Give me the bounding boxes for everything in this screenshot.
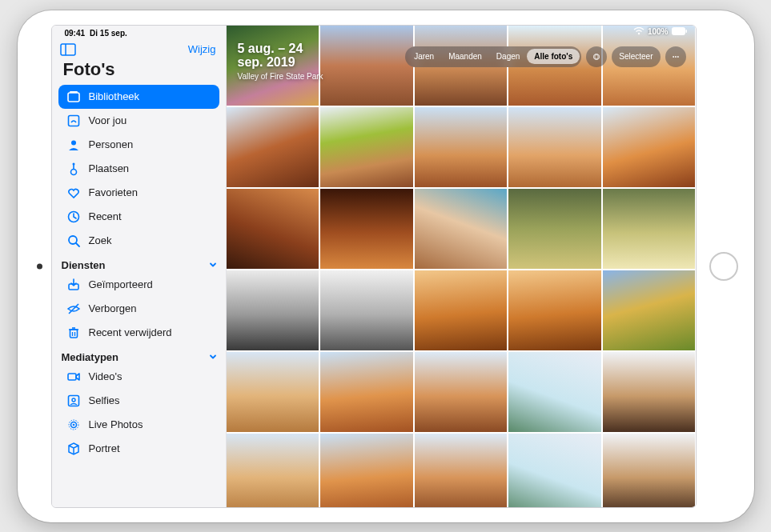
ellipsis-icon bbox=[673, 55, 679, 58]
segment-maanden[interactable]: Maanden bbox=[441, 49, 489, 64]
sidebar-item-zoek[interactable]: Zoek bbox=[58, 229, 219, 253]
segment-alle-foto-s[interactable]: Alle foto's bbox=[527, 49, 580, 64]
photo-thumbnail[interactable] bbox=[415, 270, 508, 350]
photo-grid[interactable] bbox=[227, 26, 696, 508]
photo-thumbnail[interactable] bbox=[320, 352, 413, 432]
ipad-device-frame: 09:41 Di 15 sep. Wijzig Foto's Bibliothe… bbox=[18, 10, 754, 522]
sidebar-section-header[interactable]: Mediatypen bbox=[52, 345, 226, 365]
sidebar-item-label: Video's bbox=[89, 370, 122, 382]
sidebar-item-verborgen[interactable]: Verborgen bbox=[58, 297, 219, 321]
segment-dagen[interactable]: Dagen bbox=[489, 49, 527, 64]
live-icon bbox=[66, 418, 81, 432]
sidebar-section-title: Mediatypen bbox=[62, 351, 119, 363]
people-icon bbox=[66, 138, 81, 152]
video-icon bbox=[66, 370, 81, 384]
photo-thumbnail[interactable] bbox=[227, 107, 319, 187]
location-label: Valley of Fire State Park bbox=[238, 72, 326, 81]
photo-thumbnail[interactable] bbox=[415, 352, 508, 432]
svg-point-6 bbox=[70, 169, 76, 174]
sidebar-item-plaatsen[interactable]: Plaatsen bbox=[58, 157, 219, 181]
sidebar-item-label: Plaatsen bbox=[89, 162, 130, 174]
sidebar-item-favorieten[interactable]: Favorieten bbox=[58, 181, 219, 205]
front-camera-dot bbox=[37, 263, 42, 269]
aspect-icon bbox=[593, 51, 600, 62]
photo-thumbnail[interactable] bbox=[603, 352, 696, 432]
date-location-block[interactable]: 5 aug. – 24 sep. 2019 Valley of Fire Sta… bbox=[238, 42, 326, 81]
select-button[interactable]: Selecteer bbox=[612, 46, 660, 67]
status-time: 09:41 bbox=[65, 29, 86, 38]
sidebar-top-row: Wijzig bbox=[52, 40, 226, 58]
selfie-icon bbox=[66, 394, 81, 408]
photo-thumbnail[interactable] bbox=[227, 189, 319, 269]
svg-rect-14 bbox=[70, 330, 77, 338]
sidebar-item-selfies[interactable]: Selfies bbox=[58, 389, 219, 413]
clock-icon bbox=[66, 210, 81, 224]
chevron-down-icon bbox=[208, 260, 218, 270]
photo-thumbnail[interactable] bbox=[508, 352, 601, 432]
photo-thumbnail[interactable] bbox=[227, 352, 319, 432]
library-icon bbox=[66, 90, 81, 104]
sidebar-title: Foto's bbox=[52, 58, 226, 85]
svg-rect-27 bbox=[685, 30, 687, 33]
photo-thumbnail[interactable] bbox=[415, 189, 508, 269]
sidebar-item-bibliotheek[interactable]: Bibliotheek bbox=[58, 85, 219, 109]
photo-thumbnail[interactable] bbox=[320, 270, 413, 350]
chevron-down-icon bbox=[208, 352, 218, 362]
photo-thumbnail[interactable] bbox=[320, 434, 413, 508]
aspect-toggle-button[interactable] bbox=[586, 46, 607, 67]
photo-thumbnail[interactable] bbox=[320, 26, 413, 106]
for-you-icon bbox=[66, 114, 81, 128]
svg-point-21 bbox=[72, 398, 75, 402]
photo-thumbnail[interactable] bbox=[227, 270, 319, 350]
places-icon bbox=[66, 162, 81, 176]
photo-thumbnail[interactable] bbox=[603, 189, 696, 269]
photo-thumbnail[interactable] bbox=[320, 107, 413, 187]
svg-rect-28 bbox=[594, 54, 600, 58]
sidebar-item-label: Selfies bbox=[89, 394, 120, 406]
photo-thumbnail[interactable] bbox=[508, 434, 601, 508]
sidebar-item-label: Portret bbox=[89, 442, 120, 454]
status-bar-left: 09:41 Di 15 sep. bbox=[52, 26, 226, 40]
sidebar-item-recent-verwijderd[interactable]: Recent verwijderd bbox=[58, 321, 219, 345]
photo-thumbnail[interactable] bbox=[603, 434, 696, 508]
sidebar-item-live-photos[interactable]: Live Photos bbox=[58, 413, 219, 437]
sidebar-item-voor-jou[interactable]: Voor jou bbox=[58, 109, 219, 133]
sidebar-item-videos[interactable]: Video's bbox=[58, 365, 219, 389]
photo-thumbnail[interactable] bbox=[415, 434, 508, 508]
home-button[interactable] bbox=[709, 252, 738, 281]
svg-point-32 bbox=[677, 56, 678, 58]
svg-point-30 bbox=[673, 56, 674, 58]
photo-thumbnail[interactable] bbox=[508, 189, 601, 269]
photo-thumbnail[interactable] bbox=[603, 270, 696, 350]
photo-thumbnail[interactable] bbox=[320, 189, 413, 269]
sidebar-item-recent[interactable]: Recent bbox=[58, 205, 219, 229]
photo-thumbnail[interactable] bbox=[508, 270, 601, 350]
view-segmented-control[interactable]: JarenMaandenDagenAlle foto's bbox=[405, 46, 581, 67]
sidebar-item-label: Bibliotheek bbox=[89, 90, 140, 102]
header-controls-row: JarenMaandenDagenAlle foto's Selecteer bbox=[405, 46, 685, 67]
svg-rect-26 bbox=[672, 28, 685, 35]
cube-icon bbox=[66, 442, 81, 456]
photo-thumbnail[interactable] bbox=[415, 107, 508, 187]
sidebar-item-label: Recent bbox=[89, 210, 122, 222]
photo-thumbnail[interactable] bbox=[227, 434, 319, 508]
toggle-sidebar-button[interactable] bbox=[60, 43, 76, 56]
sidebar-section-list: Video'sSelfiesLive PhotosPortret bbox=[52, 365, 226, 461]
photo-thumbnail[interactable] bbox=[603, 107, 696, 187]
sidebar-item-label: Favorieten bbox=[89, 186, 138, 198]
photo-thumbnail[interactable] bbox=[508, 107, 601, 187]
sidebar-item-geimporteerd[interactable]: Geïmporteerd bbox=[58, 273, 219, 297]
sidebar-item-label: Live Photos bbox=[89, 418, 143, 430]
hidden-icon bbox=[66, 302, 81, 316]
segment-jaren[interactable]: Jaren bbox=[407, 49, 441, 64]
svg-point-24 bbox=[72, 423, 74, 426]
battery-icon bbox=[672, 27, 688, 35]
status-date: Di 15 sep. bbox=[90, 29, 127, 38]
sidebar-edit-button[interactable]: Wijzig bbox=[188, 43, 216, 55]
svg-rect-0 bbox=[61, 44, 75, 55]
sidebar-section-header[interactable]: Diensten bbox=[52, 253, 226, 273]
more-button[interactable] bbox=[665, 46, 686, 67]
svg-rect-19 bbox=[68, 374, 76, 380]
sidebar-item-portret[interactable]: Portret bbox=[58, 437, 219, 461]
sidebar-item-personen[interactable]: Personen bbox=[58, 133, 219, 157]
